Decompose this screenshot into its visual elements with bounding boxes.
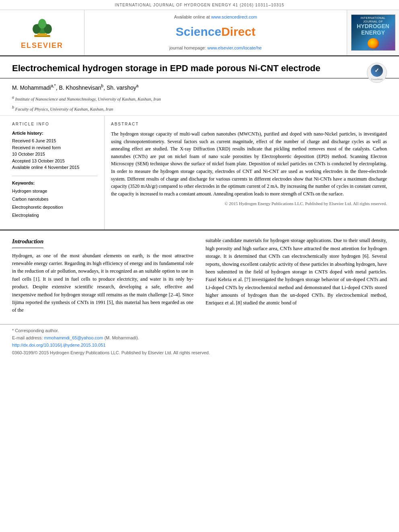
accepted-date: Accepted 13 October 2015 xyxy=(12,158,98,164)
article-title-section: Electrochemical hydrogen storage in EPD … xyxy=(0,56,399,79)
journal-info: INTERNATIONAL JOURNAL OF HYDROGEN ENERGY… xyxy=(115,3,284,7)
body-left-col: Introduction Hydrogen, as one of the mos… xyxy=(12,237,193,317)
keyword-1: Hydrogen storage xyxy=(12,187,98,195)
abstract-label: ABSTRACT xyxy=(111,121,387,127)
affiliation-a: a Institute of Nanoscience and Nanotechn… xyxy=(12,94,387,102)
sciencedirect-info: Available online at www.sciencedirect.co… xyxy=(84,10,347,55)
corresponding-author-note: * Corresponding author. xyxy=(12,328,387,334)
abstract-column: ABSTRACT The hydrogen storage capacity o… xyxy=(105,116,391,230)
revised-date: 10 October 2015 xyxy=(12,151,98,158)
crossmark-badge[interactable]: ✓ CrossMark xyxy=(367,63,387,83)
keywords-group: Keywords: Hydrogen storage Carbon nanotu… xyxy=(12,180,98,220)
author-2-name: B. Khoshnevisan xyxy=(59,84,101,91)
email-link[interactable]: mmohammdi_65@yahoo.com xyxy=(44,335,103,340)
keywords-list: Hydrogen storage Carbon nanotubes Electr… xyxy=(12,187,98,219)
page-header: ELSEVIER Available online at www.science… xyxy=(0,10,399,56)
svg-rect-6 xyxy=(37,33,47,36)
article-info-column: ARTICLE INFO Article history: Received 6… xyxy=(8,116,105,230)
divider xyxy=(12,176,98,176)
intro-para-2: suitable candidate materials for hydroge… xyxy=(206,237,387,307)
body-content: Introduction Hydrogen, as one of the mos… xyxy=(0,230,399,324)
journal-cover-area: International Journal of HYDROGENENERGY xyxy=(347,10,399,55)
doi-link[interactable]: http://dx.doi.org/10.1016/j.ijhydene.201… xyxy=(12,343,105,347)
authors-line: M. Mohammadia,*, B. Khoshnevisanb, Sh. v… xyxy=(12,83,387,92)
journal-cover-thumbnail: International Journal of HYDROGENENERGY xyxy=(351,14,395,51)
journal-homepage-link[interactable]: www.elsevier.com/locate/he xyxy=(208,45,262,50)
authors-section: M. Mohammadia,*, B. Khoshnevisanb, Sh. v… xyxy=(0,78,399,116)
author-3-name: Sh. varshoy xyxy=(107,84,136,91)
sciencedirect-url-link[interactable]: www.sciencedirect.com xyxy=(211,14,257,19)
svg-point-4 xyxy=(38,19,46,29)
elsevier-logo-area: ELSEVIER xyxy=(0,10,84,55)
keyword-4: Electroplating xyxy=(12,212,98,220)
history-label: Article history: xyxy=(12,130,98,136)
sciencedirect-logo: ScienceDirect xyxy=(176,23,255,40)
doi-line: http://dx.doi.org/10.1016/j.ijhydene.201… xyxy=(12,342,387,348)
cover-circle-graphic xyxy=(368,38,379,49)
body-two-col: Introduction Hydrogen, as one of the mos… xyxy=(12,237,387,317)
elsevier-tree-icon xyxy=(26,15,58,39)
article-title: Electrochemical hydrogen storage in EPD … xyxy=(12,63,342,74)
available-online-text: Available online at www.sciencedirect.co… xyxy=(174,14,257,20)
available-date: Available online 4 November 2015 xyxy=(12,164,98,171)
email-line: E-mail address: mmohammdi_65@yahoo.com (… xyxy=(12,335,387,341)
received-date: Received 6 June 2015 xyxy=(12,138,98,144)
elsevier-brand-name: ELSEVIER xyxy=(21,41,63,51)
keyword-3: Electrophoretic deposition xyxy=(12,203,98,212)
issn-copyright: 0360-3199/© 2015 Hydrogen Energy Publica… xyxy=(12,350,387,356)
article-info-label: ARTICLE INFO xyxy=(12,121,98,127)
abstract-copyright: © 2015 Hydrogen Energy Publications LLC.… xyxy=(111,201,387,207)
page-footer: * Corresponding author. E-mail address: … xyxy=(0,324,399,361)
author-1-name: M. Mohammadi xyxy=(12,84,51,91)
journal-top-bar: INTERNATIONAL JOURNAL OF HYDROGEN ENERGY… xyxy=(0,0,399,10)
affiliation-b: b Faculty of Physics, University of Kash… xyxy=(12,104,387,112)
intro-heading: Introduction xyxy=(12,237,43,248)
info-abstract-section: ARTICLE INFO Article history: Received 6… xyxy=(0,116,399,230)
body-right-col: suitable candidate materials for hydroge… xyxy=(206,237,387,317)
revised-label: Received in revised form xyxy=(12,144,98,151)
abstract-text: The hydrogen storage capacity of multi-w… xyxy=(111,130,387,197)
journal-homepage-line: journal homepage: www.elsevier.com/locat… xyxy=(169,45,261,51)
keyword-2: Carbon nanotubes xyxy=(12,195,98,203)
keywords-label: Keywords: xyxy=(12,180,98,186)
intro-para-1: Hydrogen, as one of the most abundant el… xyxy=(12,252,193,314)
article-history-group: Article history: Received 6 June 2015 Re… xyxy=(12,130,98,171)
